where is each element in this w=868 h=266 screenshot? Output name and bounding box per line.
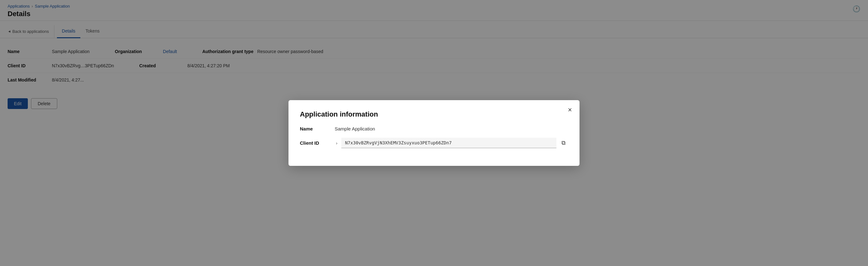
modal-overlay[interactable]: Application information × Name Sample Ap… [0,0,868,266]
client-id-row: › N7x30vBZRvgVjN3XhEMV3Zsuyxuo3PETup66ZD… [335,138,568,148]
modal-name-value: Sample Application [335,126,375,131]
client-id-display: N7x30vBZRvgVjN3XhEMV3Zsuyxuo3PETup66ZDn7 [341,138,556,148]
client-id-expand-button[interactable]: › [335,141,339,146]
modal-client-id-label: Client ID [300,140,335,146]
modal-title: Application information [300,110,568,119]
application-info-modal: Application information × Name Sample Ap… [288,100,580,166]
modal-close-button[interactable]: × [568,106,572,113]
copy-client-id-button[interactable]: ⧉ [559,138,568,147]
modal-name-field: Name Sample Application [300,126,568,131]
page-background: Applications › Sample Application Detail… [0,0,868,266]
modal-client-id-field: Client ID › N7x30vBZRvgVjN3XhEMV3Zsuyxuo… [300,138,568,148]
modal-name-label: Name [300,126,335,131]
